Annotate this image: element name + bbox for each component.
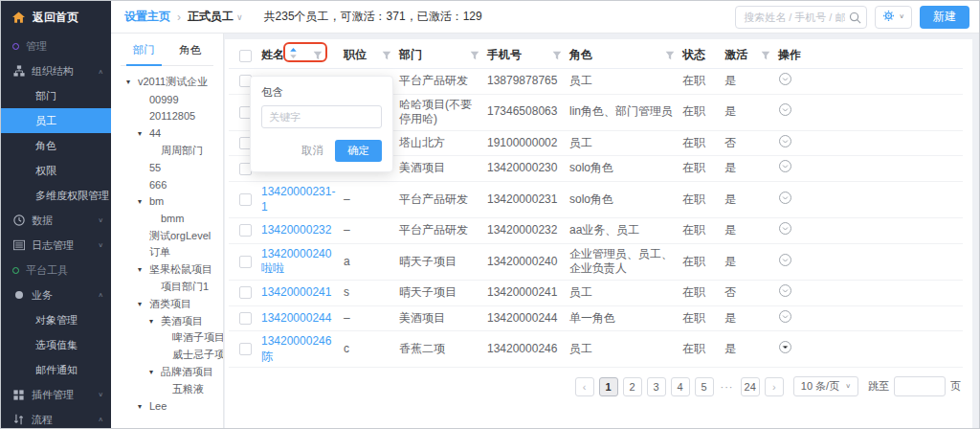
row-actions-button[interactable] bbox=[778, 134, 792, 148]
sidebar-item-departments[interactable]: 部门 bbox=[1, 83, 111, 108]
tab-roles[interactable]: 角色 bbox=[167, 43, 214, 65]
breadcrumb-home-link[interactable]: 设置主页 bbox=[124, 9, 170, 25]
tree-node[interactable]: 订单 bbox=[111, 244, 223, 261]
sidebar-item-plugin-manage[interactable]: 插件管理 ∨ bbox=[1, 382, 111, 407]
sidebar-item-multidim-permissions[interactable]: 多维度权限管理 bbox=[1, 183, 111, 208]
tree-node[interactable]: 威士忌子项目 bbox=[111, 347, 223, 364]
row-checkbox[interactable] bbox=[239, 256, 252, 268]
tree-node[interactable]: ▾44 bbox=[111, 124, 223, 142]
tree-node[interactable]: ▾酒类项目 bbox=[111, 295, 223, 312]
caret-down-icon[interactable]: ▾ bbox=[138, 402, 149, 411]
clock-icon bbox=[12, 214, 25, 227]
page-button[interactable]: 1 bbox=[599, 377, 618, 396]
create-button[interactable]: 新建 bbox=[920, 6, 969, 29]
row-actions-button[interactable] bbox=[778, 159, 792, 173]
filter-funnel-icon[interactable] bbox=[552, 51, 562, 60]
filter-cancel-button[interactable]: 取消 bbox=[301, 144, 323, 158]
tab-departments[interactable]: 部门 bbox=[121, 43, 167, 65]
row-actions-button[interactable] bbox=[778, 221, 792, 236]
row-actions-button[interactable] bbox=[778, 340, 792, 354]
tree-node[interactable]: 20112805 bbox=[111, 108, 223, 125]
sidebar-item-employees[interactable]: 员工 bbox=[1, 108, 111, 133]
sidebar-item-email-notify[interactable]: 邮件通知 bbox=[1, 357, 111, 382]
jump-page-input[interactable] bbox=[894, 376, 946, 396]
tree-node[interactable]: bmm bbox=[111, 210, 223, 227]
sidebar-item-workflow[interactable]: 流程 ∧ bbox=[1, 407, 111, 428]
tree-node[interactable]: ▾坚果松鼠项目 bbox=[111, 261, 223, 279]
page-button[interactable]: 5 bbox=[695, 377, 714, 396]
sidebar-item-permissions[interactable]: 权限 bbox=[1, 158, 111, 183]
sidebar-item-business[interactable]: 业务 ∧ bbox=[1, 282, 111, 307]
tree-node[interactable]: 00999 bbox=[111, 91, 223, 108]
caret-down-icon[interactable]: ▾ bbox=[138, 129, 149, 138]
employee-name-link[interactable]: 13420000241 bbox=[261, 285, 331, 299]
role-cell: 员工 bbox=[569, 285, 682, 301]
select-all-checkbox[interactable] bbox=[239, 50, 252, 62]
row-actions-button[interactable] bbox=[778, 309, 792, 324]
employee-name-link[interactable]: 13420000240啦啦 bbox=[261, 247, 331, 276]
sidebar-item-object-manage[interactable]: 对象管理 bbox=[1, 307, 111, 332]
caret-down-icon[interactable]: ▾ bbox=[149, 368, 161, 376]
row-actions-button[interactable] bbox=[778, 102, 792, 117]
department-cell: 平台产品研发 bbox=[399, 223, 487, 238]
row-checkbox[interactable] bbox=[239, 193, 252, 206]
employee-name-link[interactable]: 13420000244 bbox=[261, 311, 331, 325]
employee-name-link[interactable]: 13420000231-1 bbox=[261, 185, 335, 214]
tree-node[interactable]: ▾bm bbox=[111, 193, 223, 211]
sidebar-item-platform-tools[interactable]: 平台工具 bbox=[1, 258, 111, 282]
sort-icon[interactable] bbox=[289, 47, 298, 64]
tree-node[interactable]: ▾品牌酒项目 bbox=[111, 364, 223, 381]
filter-keyword-input[interactable] bbox=[261, 105, 382, 128]
filter-confirm-button[interactable]: 确定 bbox=[335, 140, 382, 162]
page-button[interactable]: 2 bbox=[623, 377, 642, 396]
sidebar-item-data[interactable]: 数据 ∨ bbox=[1, 208, 111, 233]
page-size-select[interactable]: 10 条/页 ∨ bbox=[793, 376, 858, 396]
sidebar-item-roles[interactable]: 角色 bbox=[1, 133, 111, 158]
sidebar-item-option-sets[interactable]: 选项值集 bbox=[1, 332, 111, 357]
filter-funnel-icon[interactable] bbox=[313, 51, 323, 60]
next-page-button[interactable]: › bbox=[765, 377, 784, 396]
page-button[interactable]: 4 bbox=[671, 377, 690, 396]
employee-name-link[interactable]: 13420000232 bbox=[261, 223, 331, 237]
tree-node[interactable]: 项目部门1 bbox=[111, 279, 223, 296]
filter-funnel-icon[interactable] bbox=[761, 51, 770, 60]
sidebar-item-manage[interactable]: 管理 bbox=[1, 34, 111, 58]
row-actions-button[interactable] bbox=[778, 253, 792, 267]
filter-funnel-icon[interactable] bbox=[470, 51, 479, 60]
row-actions-button[interactable] bbox=[778, 283, 792, 298]
tree-node[interactable]: ▾美酒项目 bbox=[111, 312, 223, 329]
row-actions-button[interactable] bbox=[778, 72, 792, 86]
page-button[interactable]: 24 bbox=[741, 377, 760, 396]
pagination-ellipsis[interactable]: ··· bbox=[719, 381, 736, 393]
sidebar-item-log-manage[interactable]: 日志管理 ∨ bbox=[1, 233, 111, 258]
chevron-down-icon[interactable]: ∨ bbox=[236, 12, 243, 22]
tree-node[interactable]: 啤酒子项目 bbox=[111, 329, 223, 347]
tree-node[interactable]: 55 bbox=[111, 159, 223, 176]
caret-down-icon[interactable]: ▾ bbox=[149, 317, 161, 326]
tree-node[interactable]: 五粮液 bbox=[111, 380, 223, 397]
filter-funnel-icon[interactable] bbox=[665, 51, 675, 60]
caret-down-icon[interactable]: ▾ bbox=[138, 265, 149, 274]
tree-node[interactable]: ▾v2011测试企业 bbox=[111, 74, 223, 91]
row-checkbox[interactable] bbox=[239, 312, 252, 325]
settings-dropdown-button[interactable]: ∨ bbox=[875, 6, 912, 29]
tree-node[interactable]: 测试orgLevel bbox=[111, 227, 223, 244]
row-checkbox[interactable] bbox=[239, 224, 252, 237]
employee-name-link[interactable]: 13420000246陈 bbox=[261, 334, 331, 363]
row-checkbox[interactable] bbox=[239, 286, 252, 299]
tree-node[interactable]: ▾Lee bbox=[111, 397, 223, 415]
breadcrumb-current[interactable]: 正式员工 bbox=[188, 9, 234, 25]
caret-down-icon[interactable]: ▾ bbox=[138, 197, 149, 206]
caret-down-icon[interactable]: ▾ bbox=[126, 78, 138, 86]
row-actions-button[interactable] bbox=[778, 191, 792, 205]
back-home-link[interactable]: 返回首页 bbox=[1, 1, 111, 34]
tree-node[interactable]: 周周部门 bbox=[111, 142, 223, 159]
page-button[interactable]: 3 bbox=[647, 377, 666, 396]
caret-down-icon[interactable]: ▾ bbox=[138, 300, 149, 308]
filter-funnel-icon[interactable] bbox=[382, 51, 391, 60]
sidebar-item-org-structure[interactable]: 组织结构 ∧ bbox=[1, 58, 111, 83]
tree-node[interactable]: 666 bbox=[111, 176, 223, 193]
row-checkbox[interactable] bbox=[239, 343, 252, 355]
search-input[interactable] bbox=[735, 6, 867, 29]
prev-page-button[interactable]: ‹ bbox=[575, 377, 594, 396]
